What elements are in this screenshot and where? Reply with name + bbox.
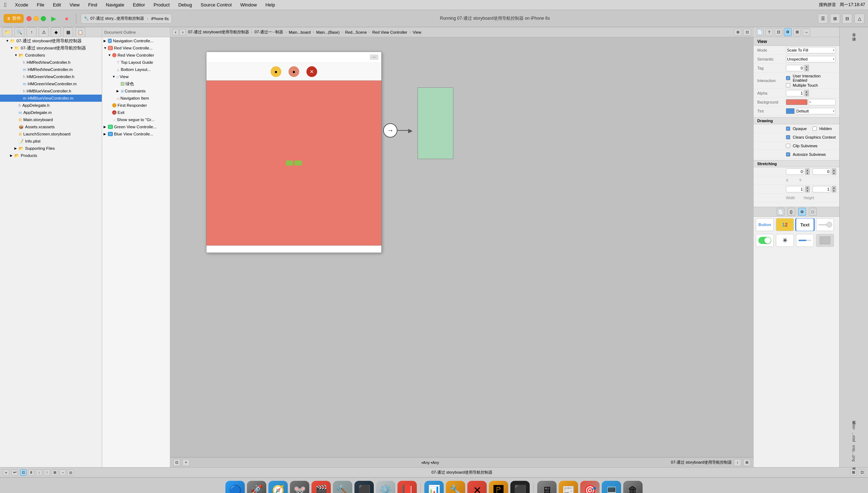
tree-item-project[interactable]: ▼ 📁 07-通过 storyboard使用导航控制器	[0, 44, 102, 52]
scheme-selector[interactable]: 🔧 07-通过 story...使用导航控制器 › iPhone 6s	[81, 14, 172, 24]
issues-icon[interactable]: ⚠	[39, 27, 49, 37]
view-mode-btn4[interactable]: ↑	[44, 469, 50, 476]
view-menu[interactable]: View	[68, 1, 81, 8]
sysprefs-dock-item[interactable]: ⚙️	[376, 481, 395, 493]
tree-item-info-plist[interactable]: 📝 Info.plist	[0, 138, 102, 145]
forward-button[interactable]: ›	[180, 29, 186, 35]
finder-dock-item[interactable]: 🔵	[225, 481, 245, 493]
height-stepper[interactable]: ▴ ▾	[832, 186, 836, 192]
tree-item-hm-red-h[interactable]: h HMRedViewController.h	[0, 59, 102, 66]
outline-segue[interactable]: → Show segue to "Gr...	[102, 116, 170, 123]
tint-color-swatch[interactable]	[786, 108, 795, 114]
view-mode-btn6[interactable]: →	[59, 469, 66, 476]
outline-bottom-layout[interactable]: ⊥ Bottom Layout...	[102, 66, 170, 73]
stepper-up[interactable]: ▴	[805, 186, 810, 189]
tree-item-root[interactable]: ▼ 📁 07-通过 storyboard使用导航控制器	[0, 37, 102, 44]
mendeley-dock-item[interactable]: 📕	[397, 481, 417, 493]
outline-green-view[interactable]: 绿色	[102, 80, 170, 87]
find-menu[interactable]: Find	[87, 1, 99, 8]
edit-menu[interactable]: Edit	[52, 1, 62, 8]
app10-dock-item[interactable]: 💻	[602, 481, 621, 493]
safari-dock-item[interactable]: 🧭	[268, 481, 288, 493]
gear-component-icon[interactable]: ⚙	[798, 208, 806, 216]
add-file-button[interactable]: +	[3, 469, 9, 476]
width-input[interactable]: 1	[786, 186, 804, 192]
outline-constraints[interactable]: ▶ ⊞ Constraints	[102, 87, 170, 95]
tests-icon[interactable]: ▦	[63, 27, 73, 37]
identity-inspector-tab[interactable]: ⊡	[774, 28, 782, 36]
component-12[interactable]: 1 2	[775, 218, 795, 231]
canvas-zoom-button[interactable]: ⊞	[743, 459, 750, 466]
app9-dock-item[interactable]: 🎯	[580, 481, 600, 493]
app8-dock-item[interactable]: 📰	[559, 481, 578, 493]
component-progress[interactable]	[795, 234, 815, 247]
x-input[interactable]: 0	[786, 168, 804, 175]
clears-checkbox[interactable]: ✓	[786, 135, 790, 139]
debug-toggle[interactable]: △	[854, 14, 864, 24]
nav-circle-orange[interactable]: ●	[288, 66, 299, 77]
tree-item-hm-green-h[interactable]: h HMGreenViewController.h	[0, 73, 102, 80]
component-text[interactable]: Text	[795, 218, 815, 231]
connections-inspector-tab[interactable]: →	[802, 28, 810, 36]
outline-nav-item[interactable]: ◁ Navigation Item	[102, 95, 170, 102]
stepper-down[interactable]: ▾	[805, 189, 810, 192]
video-dock-item[interactable]: 🎬	[311, 481, 331, 493]
height-input[interactable]: 1	[812, 186, 830, 192]
debug-menu[interactable]: Debug	[177, 1, 193, 8]
product-menu[interactable]: Product	[152, 1, 171, 8]
tree-item-main-storyboard[interactable]: ⊞ Main.storyboard	[0, 116, 102, 123]
breadcrumb-main-base[interactable]: Main...(Base)	[315, 30, 340, 35]
stepper-down[interactable]: ▾	[832, 189, 836, 192]
autoresize-checkbox[interactable]: ✓	[786, 152, 790, 157]
history-button[interactable]: ↩	[11, 469, 18, 476]
input-method[interactable]: 搜狗拼音	[819, 2, 836, 8]
canvas-view-toggle[interactable]: ⊞	[734, 29, 742, 36]
outline-blue-vc[interactable]: ▶ ⊡ Blue View Controlle...	[102, 130, 170, 138]
component-switch[interactable]	[755, 234, 774, 247]
file-component-icon[interactable]: 📄	[777, 208, 784, 216]
tree-item-hm-red-m[interactable]: m HMRedViewController.m	[0, 66, 102, 73]
outline-red-vc[interactable]: ▼ Red View Controller	[102, 52, 170, 59]
minimize-button[interactable]	[34, 16, 39, 21]
scm-icon[interactable]: ↑	[27, 27, 37, 37]
terminal-dock-item[interactable]: ⬛	[354, 481, 374, 493]
find-in-files-icon[interactable]: 🔍	[14, 27, 24, 37]
back-button[interactable]: ‹	[172, 29, 179, 35]
width-stepper[interactable]: ▴ ▾	[805, 186, 810, 192]
breadcrumb-view[interactable]: View	[412, 30, 423, 35]
utility-toggle[interactable]: ⊟	[842, 14, 852, 24]
x-stepper[interactable]: ▴ ▾	[805, 168, 810, 175]
tree-item-products[interactable]: ▶ 📂 Products	[0, 152, 102, 159]
zoom-fit-button[interactable]: ⊡	[173, 459, 180, 466]
view-mode-btn7[interactable]: ◎	[67, 469, 74, 476]
outline-nav-controller[interactable]: ▶ ≡ Navigation Controlle...	[102, 37, 170, 44]
segue-circle[interactable]: →	[383, 123, 397, 138]
tree-item-appdelegate-m[interactable]: m AppDelegate.m	[0, 109, 102, 116]
keynote-dock-item[interactable]: 📊	[424, 481, 444, 493]
breakpoints-icon[interactable]: ◆	[51, 27, 61, 37]
stop-button[interactable]: ■	[62, 14, 72, 24]
background-color-swatch[interactable]	[786, 99, 807, 105]
canvas-scale-button[interactable]: ↕	[734, 459, 741, 466]
report-icon[interactable]: 📋	[75, 27, 85, 37]
component-activity[interactable]: ✳	[775, 234, 795, 247]
mode-select[interactable]: Scale To Fill ▾	[786, 47, 836, 53]
component-slider[interactable]	[815, 218, 835, 231]
file-inspector-tab[interactable]: 📄	[756, 28, 764, 36]
outline-red-vc-group[interactable]: ▼ ⊡ Red View Controlle...	[102, 44, 170, 52]
hammer-dock-item[interactable]: 🔨	[333, 481, 352, 493]
opaque-checkbox[interactable]: ✓	[786, 126, 790, 131]
user-interaction-checkbox[interactable]: ✓	[786, 76, 790, 80]
view-mode-btn2[interactable]: ⏸	[28, 469, 34, 476]
apple-menu[interactable]: 	[3, 1, 8, 9]
status-right-btn2[interactable]: ⊡	[859, 469, 865, 476]
outline-exit[interactable]: ◁ Exit	[102, 109, 170, 116]
editor-toggle[interactable]: ⊞	[830, 14, 840, 24]
code-component-icon[interactable]: {}	[787, 208, 795, 216]
quick-help-tab[interactable]: ?	[765, 28, 773, 36]
outline-green-vc[interactable]: ▶ ⊡ Green View Controlle...	[102, 123, 170, 130]
y-stepper[interactable]: ▴ ▾	[832, 168, 836, 175]
component-button[interactable]: Button	[755, 218, 774, 231]
app6-dock-item[interactable]: ⬛	[510, 481, 530, 493]
nav-circle-red[interactable]: ✕	[306, 66, 317, 77]
